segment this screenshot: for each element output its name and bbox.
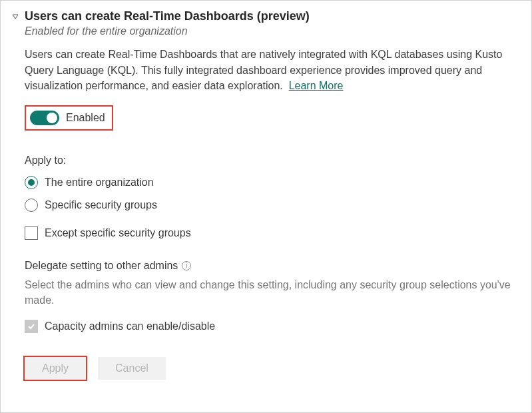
checkbox-icon <box>25 226 38 240</box>
radio-icon <box>25 176 38 189</box>
enabled-toggle-container: Enabled <box>25 105 113 131</box>
setting-subtitle: Enabled for the entire organization <box>25 25 521 37</box>
radio-specific-groups[interactable]: Specific security groups <box>25 199 521 212</box>
button-row: Apply Cancel <box>25 357 521 380</box>
delegate-description: Select the admins who can view and chang… <box>25 277 521 308</box>
enabled-toggle-label: Enabled <box>66 112 105 124</box>
checkbox-label: Except specific security groups <box>45 227 191 239</box>
radio-entire-organization[interactable]: The entire organization <box>25 176 521 189</box>
radio-icon <box>25 199 38 212</box>
collapse-icon[interactable] <box>11 13 19 21</box>
capacity-admins-checkbox[interactable]: Capacity admins can enable/disable <box>25 320 521 333</box>
setting-title: Users can create Real-Time Dashboards (p… <box>25 9 521 24</box>
setting-description: Users can create Real-Time Dashboards th… <box>25 47 521 93</box>
delegate-label: Delegate setting to other admins <box>25 260 178 272</box>
cancel-button[interactable]: Cancel <box>98 357 166 380</box>
apply-to-label: Apply to: <box>25 155 521 167</box>
info-icon[interactable]: i <box>182 261 191 270</box>
delegate-header: Delegate setting to other admins i <box>25 260 521 272</box>
enabled-toggle[interactable] <box>30 111 59 125</box>
learn-more-link[interactable]: Learn More <box>289 80 344 91</box>
apply-to-group: The entire organization Specific securit… <box>25 176 521 212</box>
radio-label: The entire organization <box>45 177 154 189</box>
apply-button[interactable]: Apply <box>25 357 86 380</box>
radio-label: Specific security groups <box>45 199 157 211</box>
description-text: Users can create Real-Time Dashboards th… <box>25 49 502 91</box>
setting-header: Users can create Real-Time Dashboards (p… <box>11 9 521 37</box>
checkbox-icon <box>25 320 38 333</box>
except-groups-checkbox[interactable]: Except specific security groups <box>25 226 521 240</box>
checkbox-label: Capacity admins can enable/disable <box>45 320 215 332</box>
settings-panel: Users can create Real-Time Dashboards (p… <box>0 0 532 413</box>
